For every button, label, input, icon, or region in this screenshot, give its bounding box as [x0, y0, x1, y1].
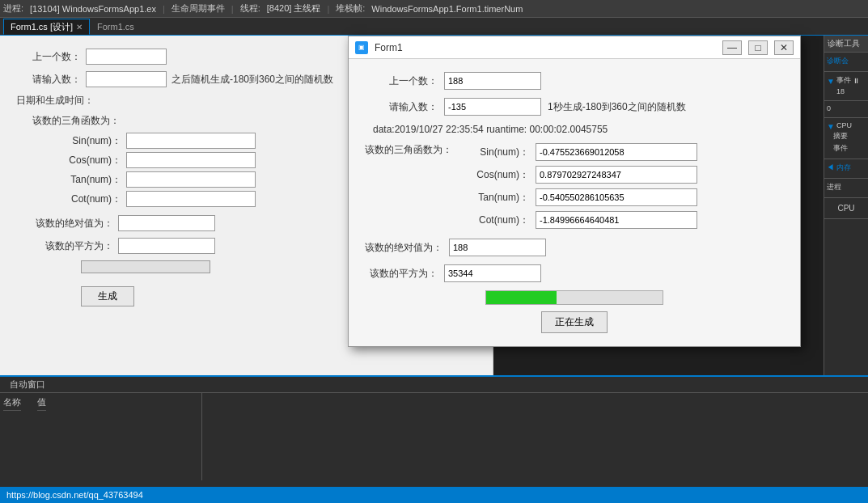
events-label: 事件: [836, 75, 851, 86]
cpu-section: ▼ CPU 摘要 事件: [824, 118, 868, 159]
editor-progress-bar: [81, 260, 210, 273]
sin-input[interactable]: [126, 133, 256, 149]
memory-label: 内存: [836, 163, 851, 171]
modal-title: Form1: [375, 42, 716, 53]
trig-section-label: 该数的三角函数为：: [32, 115, 120, 126]
modal-form1: ▣ Form1 — □ ✕ 上一个数： 请输入数： 1秒生成-180到360之间…: [348, 36, 801, 503]
thread-value: [8420] 主线程: [267, 2, 321, 15]
top-toolbar: 进程: [13104] WindowsFormsApp1.ex | 生命周期事件…: [0, 0, 868, 18]
modal-sin-input[interactable]: [536, 143, 697, 161]
input-num-label: 请输入数：: [16, 73, 81, 87]
tab-form1-design-close[interactable]: ✕: [76, 23, 83, 32]
hint-text: 之后随机生成-180到360之间的随机数: [171, 73, 333, 87]
modal-progress-fill: [486, 291, 557, 304]
modal-icon-symbol: ▣: [358, 44, 365, 51]
modal-prev-num-input[interactable]: [444, 72, 541, 90]
cpu-label-section: CPU: [836, 121, 852, 129]
cot-label: Cot(num)：: [65, 192, 121, 206]
modal-trig-rows: Sin(num)： Cos(num)： Tan(num)：: [460, 143, 697, 234]
auto-cols: 名称 值: [3, 396, 198, 414]
sep1: |: [163, 4, 165, 14]
modal-abs-label: 该数的绝对值为：: [365, 241, 442, 255]
events-section: ▼ 事件 ⏸ 18: [824, 72, 868, 101]
modal-cos-row: Cos(num)：: [460, 166, 697, 184]
events-value: 18: [827, 87, 866, 95]
abs-label: 该数的绝对值为：: [32, 217, 113, 230]
process-section: 进程: [824, 179, 868, 198]
sep3: |: [327, 4, 329, 14]
modal-square-input[interactable]: [444, 264, 541, 282]
input-num-input[interactable]: [86, 71, 167, 87]
prev-num-label: 上一个数：: [16, 50, 81, 64]
modal-minimize-button[interactable]: —: [722, 40, 742, 55]
modal-tan-input[interactable]: [536, 188, 697, 206]
modal-square-label: 该数的平方为：: [365, 267, 438, 281]
stack-label: 堆栈帧:: [336, 2, 365, 15]
events-label2: 事件: [827, 143, 866, 154]
diag-header: 诊断工具: [824, 36, 868, 53]
cpu-usage-label: CPU: [828, 201, 865, 215]
memory-expand[interactable]: ◀ 内存: [827, 163, 866, 173]
modal-trig-section-label: 该数的三角函数为：: [365, 143, 452, 157]
modal-generate-button[interactable]: 正在生成: [541, 311, 608, 333]
diag-meeting[interactable]: 诊断会: [827, 56, 866, 66]
modal-input-num-row: 请输入数： 1秒生成-180到360之间的随机数: [365, 98, 784, 116]
diag-meeting-section: 诊断会: [824, 53, 868, 72]
zero-section: 0: [824, 101, 868, 118]
modal-cot-label: Cot(num)：: [460, 213, 529, 227]
modal-progress-bar: [485, 290, 663, 305]
auto-window: 名称 值: [0, 393, 202, 480]
process-value: [13104] WindowsFormsApp1.ex: [30, 4, 156, 14]
modal-sin-label: Sin(num)：: [460, 146, 529, 159]
generate-button[interactable]: 生成: [81, 286, 134, 306]
tab-form1-cs[interactable]: Form1.cs: [90, 19, 142, 35]
modal-square-row: 该数的平方为：: [365, 264, 784, 282]
col-value-label: 值: [37, 396, 46, 411]
tan-label: Tan(num)：: [65, 173, 121, 187]
modal-hint: 1秒生成-180到360之间的随机数: [548, 100, 686, 114]
events-expand-icon[interactable]: ▼: [827, 77, 835, 86]
abs-input[interactable]: [118, 215, 215, 231]
cpu-expand-icon[interactable]: ▼: [827, 122, 835, 131]
summary-label: 摘要: [827, 131, 866, 142]
cos-input[interactable]: [126, 152, 256, 168]
modal-window: ▣ Form1 — □ ✕ 上一个数： 请输入数： 1秒生成-180到360之间…: [348, 36, 801, 347]
modal-prev-num-row: 上一个数：: [365, 72, 784, 90]
modal-maximize-button[interactable]: □: [748, 40, 768, 55]
process-label: 进程:: [3, 2, 23, 15]
modal-icon: ▣: [355, 41, 368, 54]
modal-input-num-label: 请输入数：: [365, 100, 438, 114]
auto-window-tab[interactable]: 自动窗口: [3, 377, 52, 392]
date-label: 日期和生成时间：: [16, 94, 94, 108]
modal-abs-input[interactable]: [449, 239, 546, 256]
modal-cot-row: Cot(num)：: [460, 211, 697, 229]
cot-input[interactable]: [126, 191, 256, 207]
modal-abs-row: 该数的绝对值为：: [365, 239, 784, 256]
process-label2: 进程: [827, 182, 866, 192]
cos-label: Cos(num)：: [65, 154, 121, 167]
modal-trig-container: 该数的三角函数为： Sin(num)： Cos(num)： Tan(num)：: [365, 143, 784, 234]
modal-cos-label: Cos(num)：: [460, 168, 529, 182]
tab-form1-design[interactable]: Form1.cs [设计] ✕: [3, 19, 90, 35]
cpu-usage-section: CPU: [824, 198, 868, 219]
tab-bar: Form1.cs [设计] ✕ Form1.cs: [0, 18, 868, 36]
modal-cot-input[interactable]: [536, 211, 697, 229]
col-name-header: 名称: [3, 396, 21, 414]
sin-label: Sin(num)：: [65, 134, 121, 148]
col-value-header: 值: [37, 396, 46, 414]
prev-num-input[interactable]: [86, 49, 167, 65]
modal-prev-num-label: 上一个数：: [365, 74, 438, 88]
events-icon: ⏸: [853, 77, 860, 85]
lifecycle-label[interactable]: 生命周期事件: [171, 2, 225, 15]
tab-form1-cs-label: Form1.cs: [97, 22, 134, 32]
col-name-label: 名称: [3, 396, 21, 411]
modal-titlebar: ▣ Form1 — □ ✕: [349, 36, 800, 59]
modal-body: 上一个数： 请输入数： 1秒生成-180到360之间的随机数 data:2019…: [349, 59, 800, 346]
modal-cos-input[interactable]: [536, 166, 697, 184]
modal-input-num-input[interactable]: [444, 98, 541, 116]
tan-input[interactable]: [126, 171, 256, 188]
modal-close-button[interactable]: ✕: [774, 40, 794, 55]
right-panel: 诊断工具 诊断会 ▼ 事件 ⏸ 18 0 ▼ CPU 摘要 事件 ◀ 内存: [824, 36, 868, 375]
modal-date-text: data:2019/10/27 22:35:54 ruantime: 00:00…: [373, 124, 784, 135]
square-input[interactable]: [118, 238, 215, 254]
